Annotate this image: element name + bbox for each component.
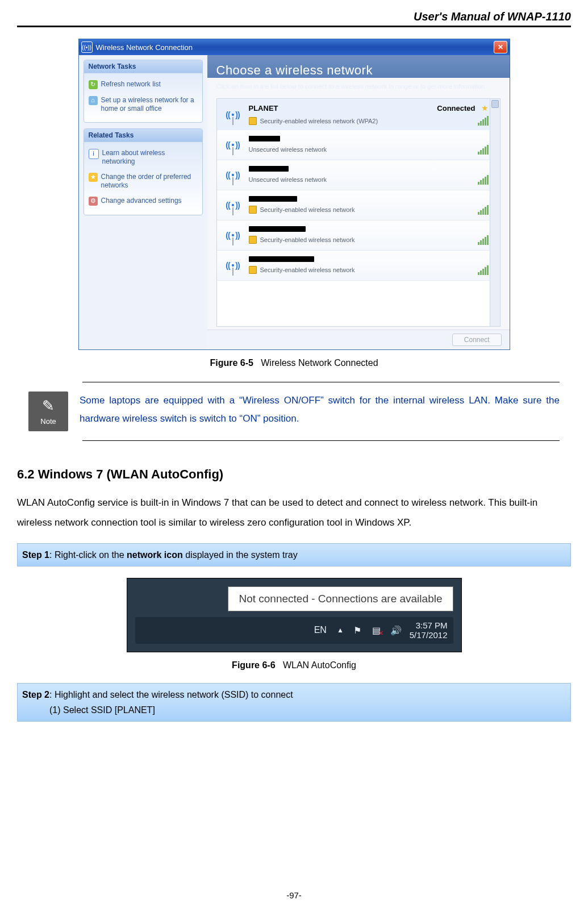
network-item[interactable]: PLANETConnected★Security-enabled wireles… (216, 98, 501, 131)
network-tasks-title: Network Tasks (84, 60, 202, 73)
network-item[interactable]: xUnsecured wireless network (217, 160, 500, 190)
network-icon[interactable]: ▤ (371, 624, 382, 636)
main-pane: Choose a wireless network Click an item … (207, 55, 510, 349)
signal-bars-icon (478, 265, 489, 275)
network-security-text: Security-enabled wireless network (260, 266, 355, 273)
window-title: Wireless Network Connection (96, 43, 193, 52)
network-security-text: Unsecured wireless network (249, 176, 327, 183)
wifi-signal-icon (223, 225, 243, 245)
related-tasks-panel: Related Tasks i Learn about wireless net… (84, 128, 203, 215)
choose-network-heading: Choose a wireless network (216, 63, 501, 78)
header-rule (17, 26, 571, 27)
network-item[interactable]: xSecurity-enabled wireless network (217, 220, 500, 251)
wifi-signal-icon (223, 135, 243, 155)
network-tasks-panel: Network Tasks ↻ Refresh network list ⌂ S… (84, 60, 203, 123)
lock-icon (249, 236, 257, 244)
volume-icon[interactable]: 🔊 (390, 624, 402, 636)
flag-icon[interactable]: ⚑ (352, 624, 363, 636)
change-network-order[interactable]: ★ Change the order of preferred networks (89, 169, 198, 193)
wifi-signal-icon (223, 195, 243, 215)
note-text: Some laptops are equipped with a “Wirele… (80, 391, 560, 431)
network-security-text: Security-enabled wireless network (260, 206, 355, 213)
star-icon: ★ (89, 173, 98, 182)
titlebar: ((•)) Wireless Network Connection ✕ (79, 39, 510, 55)
change-advanced-settings[interactable]: ⚙ Change advanced settings (89, 193, 198, 209)
signal-bars-icon (478, 145, 489, 155)
network-security-text: Security-enabled wireless network (WPA2) (260, 118, 378, 124)
favorite-star-icon: ★ (481, 103, 489, 113)
section-6-2-para: WLAN AutoConfig service is built-in in W… (17, 493, 571, 533)
clock[interactable]: 3:57 PM 5/17/2012 (410, 620, 448, 640)
wireless-icon: ((•)) (81, 41, 93, 53)
taskbar: EN ▲ ⚑ ▤ 🔊 3:57 PM 5/17/2012 (135, 617, 453, 644)
page-number: -97- (0, 890, 588, 900)
signal-bars-icon (478, 116, 489, 126)
choose-network-sub: Click an item in the list below to conne… (216, 82, 501, 90)
page-header: User's Manual of WNAP-1110 (17, 0, 571, 23)
network-ssid: x (249, 226, 306, 232)
signal-bars-icon (478, 175, 489, 185)
info-icon: i (89, 149, 99, 159)
refresh-icon: ↻ (89, 80, 98, 89)
step-2-bar: Step 2: Highlight and select the wireles… (17, 683, 571, 722)
xp-wireless-window: ((•)) Wireless Network Connection ✕ Netw… (78, 39, 510, 350)
figure-6-5-caption: Figure 6-5 Wireless Network Connected (17, 358, 571, 368)
network-ssid: x (249, 166, 289, 172)
note-block: ✎ Note Some laptops are equipped with a … (28, 382, 560, 441)
network-ssid: x (249, 196, 297, 202)
lock-icon (249, 206, 257, 214)
step-1-bar: Step 1: Right-click on the network icon … (17, 543, 571, 567)
setup-wireless-network[interactable]: ⌂ Set up a wireless network for a home o… (89, 93, 198, 116)
close-button[interactable]: ✕ (494, 41, 507, 53)
section-6-2-heading: 6.2 Windows 7 (WLAN AutoConfig) (17, 467, 571, 482)
note-icon: ✎ Note (28, 391, 68, 431)
connect-button[interactable]: Connect (452, 334, 502, 346)
figure-6-6-caption: Figure 6-6 WLAN AutoConfig (17, 660, 571, 670)
signal-bars-icon (478, 205, 489, 215)
scrollbar[interactable] (490, 99, 500, 326)
tray-expand-icon[interactable]: ▲ (337, 626, 344, 634)
refresh-network-list[interactable]: ↻ Refresh network list (89, 77, 198, 93)
network-item[interactable]: xUnsecured wireless network (217, 130, 500, 160)
network-list: PLANETConnected★Security-enabled wireles… (216, 98, 501, 327)
network-ssid: x (249, 136, 280, 141)
network-security-text: Security-enabled wireless network (260, 236, 355, 243)
tray-tooltip: Not connected - Connections are availabl… (228, 586, 453, 611)
gear-icon: ⚙ (89, 197, 98, 206)
learn-about-wireless[interactable]: i Learn about wireless networking (89, 145, 198, 169)
lock-icon (249, 117, 257, 125)
manual-title: User's Manual of WNAP-1110 (414, 10, 571, 23)
lock-icon (249, 266, 257, 274)
network-ssid: PLANET (249, 104, 278, 113)
wifi-signal-icon (223, 165, 243, 185)
network-item[interactable]: xSecurity-enabled wireless network (217, 251, 500, 281)
network-ssid: x (249, 256, 314, 262)
network-security-text: Unsecured wireless network (249, 146, 327, 153)
wifi-signal-icon (223, 105, 243, 125)
language-indicator[interactable]: EN (312, 624, 329, 636)
related-tasks-title: Related Tasks (84, 129, 202, 142)
wifi-signal-icon (223, 255, 243, 276)
side-pane: Network Tasks ↻ Refresh network list ⌂ S… (79, 55, 207, 349)
setup-icon: ⌂ (89, 96, 98, 105)
connected-label: Connected (437, 104, 475, 113)
signal-bars-icon (478, 235, 489, 245)
win7-tray-figure: Not connected - Connections are availabl… (127, 578, 462, 652)
network-item[interactable]: xSecurity-enabled wireless network (217, 190, 500, 220)
